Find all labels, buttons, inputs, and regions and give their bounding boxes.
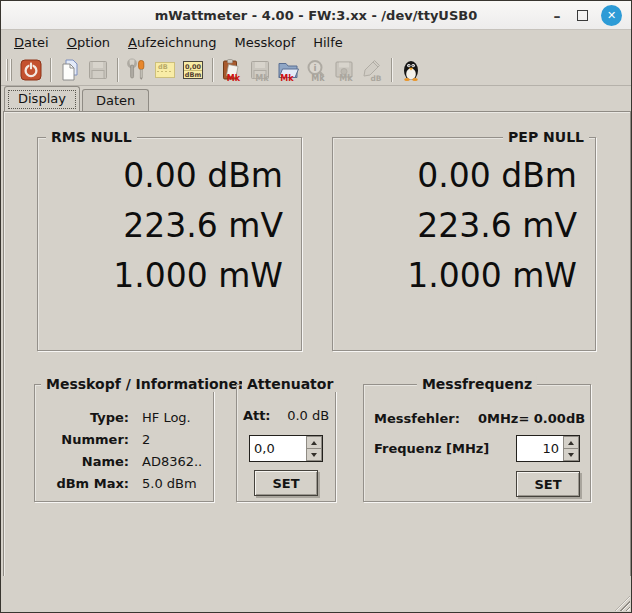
toolbar-separator: [391, 58, 392, 82]
folder-mk-button[interactable]: Mk: [274, 56, 302, 84]
dbm-value-icon: 0,00 dBm: [181, 58, 205, 82]
frequenz-label: Frequenz [MHz]: [374, 441, 489, 456]
attenuator-set-button[interactable]: SET: [254, 470, 318, 496]
minimize-button[interactable]: –: [550, 8, 564, 24]
attenuator-spin-input[interactable]: 0,0: [250, 436, 306, 461]
toolbar-grip-handle[interactable]: [6, 59, 13, 81]
clipboard-mk-button[interactable]: Mk: [218, 56, 246, 84]
messfrequenz-body: Messfehler: 0MHz= 0.00dB Frequenz [MHz] …: [364, 411, 590, 497]
frequenz-spin-down-button[interactable]: [563, 449, 579, 461]
tools-button[interactable]: [123, 56, 151, 84]
rms-dbm-value: 0.00 dBm: [123, 155, 283, 196]
nummer-value: 2: [142, 432, 207, 447]
svg-text:dB: dB: [158, 63, 168, 71]
svg-text:dB: dB: [370, 73, 381, 82]
att-value: 0.0 dB: [287, 408, 329, 423]
tab-display[interactable]: Display: [4, 86, 80, 111]
messkopf-info-title: Messkopf / Informationen: [41, 376, 253, 392]
save-mk-button[interactable]: Mk: [246, 56, 274, 84]
dbm-max-label: dBm Max:: [41, 476, 129, 491]
db-note-button[interactable]: dB: [151, 56, 179, 84]
tabstrip: Display Daten: [1, 86, 631, 111]
attenuator-frame: Attenuator Att: 0.0 dB 0,0 SET: [236, 384, 336, 502]
tab-daten-label: Daten: [96, 93, 135, 108]
edit-db-icon: dB: [360, 58, 384, 82]
display-tab-page: RMS NULL 0.00 dBm 223.6 mV 1.000 mW PEP …: [3, 111, 631, 578]
toolbar: dB 0,00 dBm Mk Mk: [1, 54, 631, 86]
resize-grip[interactable]: [615, 596, 630, 611]
att-label: Att:: [243, 408, 271, 423]
frequenz-spin-input[interactable]: 10: [517, 436, 563, 461]
pep-frame-title: PEP NULL: [503, 129, 589, 145]
disk-mk-icon: Mk: [332, 58, 356, 82]
rms-values: 0.00 dBm 223.6 mV 1.000 mW: [38, 138, 301, 296]
rms-frame-title: RMS NULL: [46, 129, 137, 145]
name-value: AD8362..: [142, 454, 207, 469]
toolbar-separator: [50, 58, 51, 82]
svg-text:Mk: Mk: [280, 74, 294, 82]
pep-values: 0.00 dBm 223.6 mV 1.000 mW: [333, 138, 595, 296]
svg-text:0,00: 0,00: [185, 62, 202, 70]
tools-icon: [125, 58, 149, 82]
info-mk-button[interactable]: i Mk: [302, 56, 330, 84]
rms-frame: RMS NULL 0.00 dBm 223.6 mV 1.000 mW: [37, 137, 302, 351]
toolbar-separator: [117, 58, 118, 82]
copy-button[interactable]: [56, 56, 84, 84]
frequenz-spin-up-button[interactable]: [563, 436, 579, 449]
pep-frame: PEP NULL 0.00 dBm 223.6 mV 1.000 mW: [332, 137, 596, 351]
tab-display-label: Display: [18, 91, 66, 106]
messkopf-info-frame: Messkopf / Informationen Type: HF Log. N…: [34, 384, 214, 502]
pep-mw-value: 1.000 mW: [407, 255, 577, 296]
save-button[interactable]: [84, 56, 112, 84]
attenuator-spinbox: 0,0: [249, 435, 323, 462]
clipboard-mk-icon: Mk: [220, 58, 244, 82]
att-row: Att: 0.0 dB: [243, 408, 329, 423]
rms-mv-value: 223.6 mV: [123, 205, 283, 246]
attenuator-title: Attenuator: [242, 376, 338, 392]
window-title: mWattmeter - 4.00 - FW:3.xx - /dev/ttyUS…: [1, 1, 631, 30]
menu-option[interactable]: Option: [58, 32, 119, 53]
type-value: HF Log.: [142, 410, 207, 425]
dbm-display-button[interactable]: 0,00 dBm: [179, 56, 207, 84]
menu-messkopf[interactable]: Messkopf: [226, 32, 305, 53]
frequenz-spin-buttons: [563, 436, 579, 461]
titlebar: mWattmeter - 4.00 - FW:3.xx - /dev/ttyUS…: [1, 1, 631, 30]
edit-db-button[interactable]: dB: [358, 56, 386, 84]
messfrequenz-title: Messfrequenz: [417, 376, 537, 392]
menu-datei[interactable]: Datei: [5, 32, 58, 53]
attenuator-spin-down-button[interactable]: [306, 449, 322, 461]
messkopf-info-grid: Type: HF Log. Nummer: 2 Name: AD8362.. d…: [35, 410, 213, 491]
power-button[interactable]: [17, 56, 45, 84]
save-mk-icon: Mk: [248, 58, 272, 82]
toolbar-separator: [212, 58, 213, 82]
svg-text:dBm: dBm: [185, 71, 202, 79]
frequenz-row: Frequenz [MHz] 10: [374, 435, 580, 462]
app-window: mWattmeter - 4.00 - FW:3.xx - /dev/ttyUS…: [0, 0, 632, 613]
attenuator-spin-up-button[interactable]: [306, 436, 322, 449]
svg-text:i: i: [313, 62, 316, 72]
disk-mk-button[interactable]: Mk: [330, 56, 358, 84]
name-label: Name:: [41, 454, 129, 469]
type-label: Type:: [41, 410, 129, 425]
tab-daten[interactable]: Daten: [82, 89, 149, 111]
messfehler-label: Messfehler:: [374, 411, 460, 426]
maximize-button[interactable]: [577, 10, 588, 21]
window-controls: – ✕: [550, 1, 622, 30]
tux-button[interactable]: [397, 56, 425, 84]
close-button[interactable]: ✕: [601, 5, 622, 26]
menu-aufzeichnung[interactable]: Aufzeichnung: [119, 32, 226, 53]
messfehler-row: Messfehler: 0MHz= 0.00dB: [374, 411, 580, 426]
svg-text:Mk: Mk: [227, 74, 241, 82]
rms-mw-value: 1.000 mW: [113, 255, 283, 296]
svg-text:Mk: Mk: [339, 74, 353, 82]
nummer-label: Nummer:: [41, 432, 129, 447]
frequenz-spinbox: 10: [516, 435, 580, 462]
dbm-max-value: 5.0 dBm: [142, 476, 207, 491]
menu-hilfe[interactable]: Hilfe: [304, 32, 352, 53]
messfrequenz-set-button[interactable]: SET: [516, 471, 580, 497]
attenuator-spin-buttons: [306, 436, 322, 461]
svg-text:Mk: Mk: [311, 74, 325, 82]
messfrequenz-frame: Messfrequenz Messfehler: 0MHz= 0.00dB Fr…: [363, 384, 591, 502]
save-floppy-icon: [86, 58, 110, 82]
folder-mk-icon: Mk: [276, 58, 300, 82]
